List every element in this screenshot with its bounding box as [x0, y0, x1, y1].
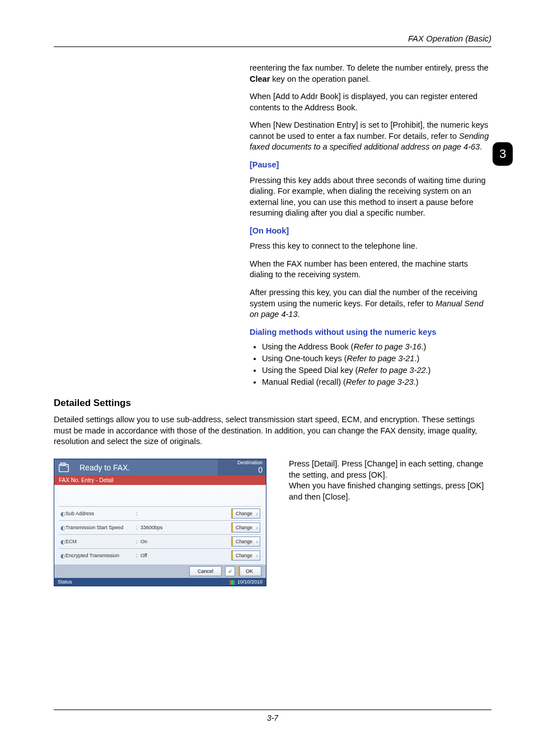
- onhook-heading: [On Hook]: [250, 226, 491, 237]
- colon: :: [136, 553, 140, 558]
- status-right: 10/10/2010: [229, 579, 263, 585]
- setting-row: ◐ Transmission Start Speed : 33600bps Ch…: [59, 520, 261, 534]
- panel-subtitle: FAX No. Entry - Detail: [54, 475, 266, 485]
- fax-panel: Ready to FAX. Destination 0 FAX No. Entr…: [54, 459, 266, 586]
- row-value: Off: [140, 553, 231, 558]
- row-label: Sub Address: [65, 511, 136, 516]
- change-button[interactable]: Change›: [231, 536, 260, 547]
- change-label: Change: [236, 553, 252, 558]
- cross-ref: Refer to page 3-23: [346, 377, 414, 386]
- list-item: Manual Redial (recall) (Refer to page 3-…: [262, 377, 491, 386]
- header-title: FAX Operation (Basic): [408, 34, 491, 43]
- text: .: [297, 310, 299, 319]
- chevron-right-icon: ›: [256, 553, 258, 559]
- list-item: Using One-touch keys (Refer to page 3-21…: [262, 354, 491, 363]
- svg-point-2: [67, 466, 68, 467]
- dialing-heading: Dialing methods without using the numeri…: [250, 327, 491, 338]
- cross-ref: Refer to page 3-22: [358, 366, 426, 375]
- onhook-p1: Press this key to connect to the telepho…: [250, 241, 491, 252]
- dest-label: Destination: [237, 460, 263, 465]
- text: Manual Redial (recall) (: [262, 377, 346, 386]
- text: .: [480, 142, 482, 151]
- text: .): [426, 366, 431, 375]
- pause-body: Pressing this key adds about three secon…: [250, 175, 491, 219]
- intro-p1: reentering the fax number. To delete the…: [250, 63, 491, 85]
- change-label: Change: [236, 539, 252, 544]
- page: FAX Operation (Basic) 3 reentering the f…: [0, 0, 534, 756]
- text: Using the Address Book (: [262, 342, 354, 351]
- cancel-button[interactable]: Cancel: [189, 566, 222, 576]
- page-header: FAX Operation (Basic): [54, 34, 491, 47]
- row-bullet-icon: ◐: [60, 553, 65, 559]
- fax-icon: [54, 459, 74, 475]
- instructions: Press [Detail]. Press [Change] in each s…: [289, 459, 491, 502]
- dest-count: 0: [221, 466, 263, 474]
- pause-heading: [Pause]: [250, 160, 491, 171]
- bold-key: Clear: [250, 74, 270, 83]
- intro-p3: When [New Destination Entry] is set to […: [250, 120, 491, 153]
- right-column: reentering the fax number. To delete the…: [250, 63, 491, 338]
- text: Using the Speed Dial key (: [262, 366, 358, 375]
- page-number: 3-7: [267, 713, 278, 722]
- change-button[interactable]: Change›: [231, 508, 260, 519]
- chapter-tab: 3: [493, 142, 513, 166]
- list-item: Using the Address Book (Refer to page 3-…: [262, 342, 491, 351]
- toner-icon: [229, 580, 235, 585]
- text: .): [414, 377, 419, 386]
- status-label[interactable]: Status: [58, 579, 72, 585]
- change-button[interactable]: Change›: [231, 522, 260, 533]
- panel-titlebar: Ready to FAX. Destination 0: [54, 459, 266, 475]
- panel-and-instructions: Ready to FAX. Destination 0 FAX No. Entr…: [54, 459, 491, 586]
- page-footer: 3-7: [54, 710, 491, 722]
- intro-p2: When [Add to Addr Book] is displayed, yo…: [250, 91, 491, 113]
- colon: :: [136, 511, 140, 516]
- chapter-number: 3: [499, 147, 506, 161]
- chevron-right-icon: ›: [256, 511, 258, 517]
- detailed-settings-title: Detailed Settings: [54, 398, 491, 409]
- detailed-settings-body: Detailed settings allow you to use sub-a…: [54, 414, 491, 447]
- destination-counter: Destination 0: [218, 459, 266, 475]
- instr-line1: Press [Detail]. Press [Change] in each s…: [289, 459, 483, 479]
- setting-row: ◐ ECM : On Change›: [59, 534, 261, 548]
- enter-icon: ↲: [225, 566, 235, 576]
- text: .): [421, 342, 427, 351]
- change-label: Change: [236, 525, 252, 530]
- panel-status-bar: Status 10/10/2010: [54, 578, 266, 586]
- row-label: Transmission Start Speed: [65, 525, 136, 530]
- row-value: On: [140, 539, 231, 544]
- cross-ref: Refer to page 3-16: [354, 342, 421, 351]
- list-item: Using the Speed Dial key (Refer to page …: [262, 366, 491, 375]
- row-bullet-icon: ◐: [60, 539, 65, 545]
- status-date: 10/10/2010: [237, 579, 263, 585]
- row-bullet-icon: ◐: [60, 511, 65, 517]
- chevron-right-icon: ›: [256, 539, 258, 545]
- instr-line2: When you have finished changing settings…: [289, 481, 484, 501]
- setting-row: ◐ Sub Address : Change›: [59, 506, 261, 520]
- dialing-list: Using the Address Book (Refer to page 3-…: [250, 342, 491, 386]
- text: .): [414, 354, 419, 363]
- cross-ref: Refer to page 3-21: [347, 354, 415, 363]
- ok-button[interactable]: OK: [238, 566, 261, 576]
- colon: :: [136, 525, 140, 530]
- text: key on the operation panel.: [270, 74, 370, 83]
- onhook-p3: After pressing this key, you can dial th…: [250, 287, 491, 320]
- change-label: Change: [236, 511, 252, 516]
- change-button[interactable]: Change›: [231, 550, 260, 561]
- panel-title: Ready to FAX.: [74, 459, 218, 475]
- text: When [New Destination Entry] is set to […: [250, 120, 488, 141]
- colon: :: [136, 539, 140, 544]
- onhook-p2: When the FAX number has been entered, th…: [250, 259, 491, 281]
- fax-machine-icon: [58, 461, 70, 474]
- panel-button-bar: Cancel ↲ OK: [54, 564, 266, 578]
- row-label: Encrypted Transmission: [65, 553, 136, 558]
- row-label: ECM: [65, 539, 136, 544]
- setting-row: ◐ Encrypted Transmission : Off Change›: [59, 548, 261, 562]
- row-value: 33600bps: [140, 525, 231, 530]
- text: reentering the fax number. To delete the…: [250, 63, 489, 72]
- chevron-right-icon: ›: [256, 525, 258, 531]
- text: Using One-touch keys (: [262, 354, 347, 363]
- row-bullet-icon: ◐: [60, 525, 65, 531]
- settings-rows: ◐ Sub Address : Change› ◐ Transmission S…: [54, 485, 266, 564]
